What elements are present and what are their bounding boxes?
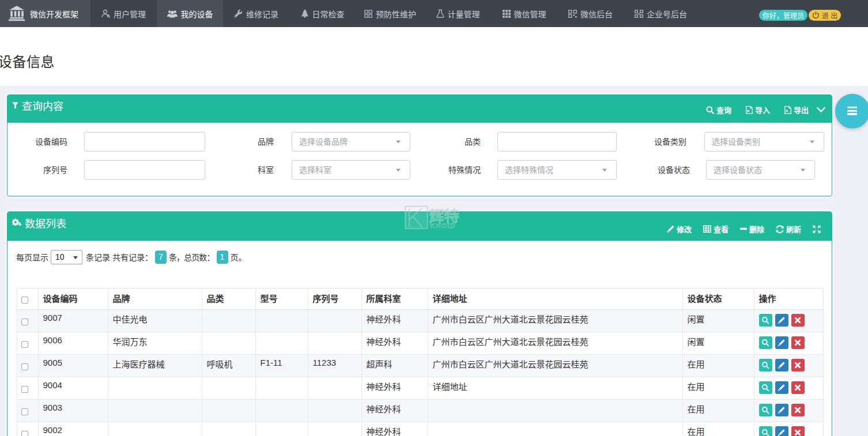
svg-text:KHOID: KHOID: [430, 222, 456, 229]
